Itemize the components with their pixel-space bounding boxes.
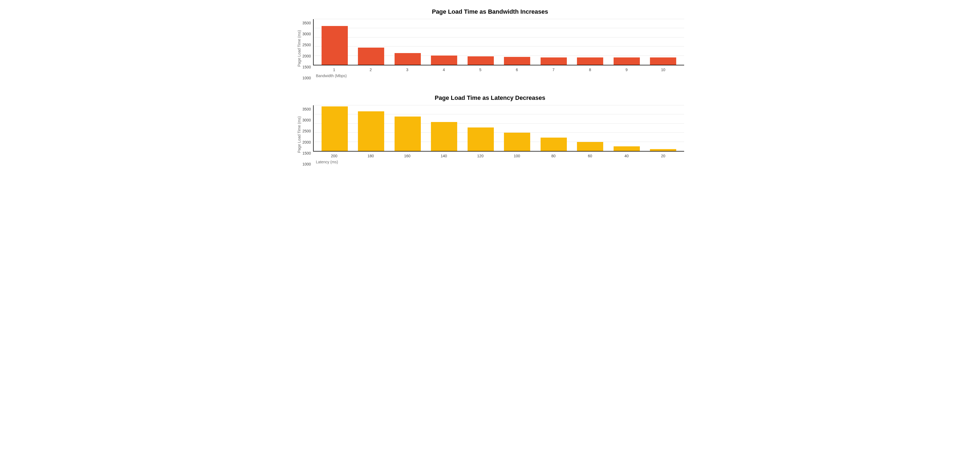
y-axis-label: Page Load Time (ms)	[296, 105, 302, 164]
x-axis-label: Bandwidth (Mbps)	[313, 72, 684, 78]
x-tick: 5	[462, 68, 499, 72]
x-tick: 60	[572, 154, 608, 158]
y-tick: 1500	[302, 151, 311, 155]
bar-slot	[426, 19, 462, 65]
bar	[321, 26, 348, 65]
x-axis-ticks: 12345678910	[313, 65, 684, 72]
bars	[313, 19, 684, 65]
y-tick: 3500	[302, 107, 311, 111]
y-tick: 1000	[302, 76, 311, 80]
bar	[468, 56, 494, 65]
bars	[313, 105, 684, 151]
bar-slot	[499, 105, 535, 151]
x-tick: 120	[462, 154, 499, 158]
x-tick: 1	[316, 68, 352, 72]
bar-slot	[353, 19, 390, 65]
x-tick: 7	[535, 68, 572, 72]
x-tick: 20	[645, 154, 681, 158]
chart-bandwidth: Page Load Time as Bandwidth IncreasesPag…	[296, 8, 684, 78]
bar	[614, 57, 640, 65]
y-tick: 2000	[302, 140, 311, 144]
x-tick: 2	[352, 68, 389, 72]
y-axis-label: Page Load Time (ms)	[296, 19, 302, 78]
x-tick: 100	[499, 154, 535, 158]
chart-title: Page Load Time as Bandwidth Increases	[296, 8, 684, 15]
bar-slot	[535, 105, 572, 151]
x-tick: 6	[499, 68, 535, 72]
x-tick: 40	[608, 154, 645, 158]
x-tick: 4	[425, 68, 462, 72]
y-tick: 3000	[302, 32, 311, 36]
bar-slot	[572, 19, 608, 65]
plot-area	[313, 19, 684, 65]
y-tick: 2500	[302, 43, 311, 47]
bar	[431, 122, 457, 151]
bar	[321, 107, 348, 151]
x-tick: 80	[535, 154, 572, 158]
bar	[358, 111, 384, 151]
bar	[541, 57, 567, 65]
bar-slot	[317, 19, 353, 65]
bar-slot	[390, 19, 426, 65]
bar-slot	[462, 19, 499, 65]
x-tick: 10	[645, 68, 681, 72]
x-tick: 8	[572, 68, 608, 72]
x-tick: 140	[425, 154, 462, 158]
y-tick: 2000	[302, 54, 311, 58]
x-tick: 9	[608, 68, 645, 72]
bar	[650, 149, 676, 151]
bar-slot	[462, 105, 499, 151]
y-tick: 3500	[302, 21, 311, 25]
y-tick: 2500	[302, 129, 311, 133]
bar-slot	[499, 19, 535, 65]
bar	[504, 133, 530, 151]
x-axis-ticks: 20018016014012010080604020	[313, 151, 684, 158]
chart-title: Page Load Time as Latency Decreases	[296, 94, 684, 102]
bar-slot	[608, 105, 645, 151]
bar	[468, 128, 494, 151]
x-tick: 160	[389, 154, 426, 158]
y-tick: 1500	[302, 65, 311, 69]
bar	[395, 53, 421, 65]
bar	[541, 137, 567, 151]
bar-slot	[608, 19, 645, 65]
bar	[395, 116, 421, 151]
y-tick: 1000	[302, 162, 311, 166]
bar-slot	[426, 105, 462, 151]
bar	[650, 57, 676, 65]
plot-area	[313, 105, 684, 151]
bar-slot	[645, 105, 681, 151]
bar	[577, 57, 603, 65]
bar-slot	[572, 105, 608, 151]
x-tick: 180	[352, 154, 389, 158]
bar	[358, 48, 384, 65]
bar-slot	[535, 19, 572, 65]
y-tick: 3000	[302, 118, 311, 122]
x-axis-label: Latency (ms)	[313, 158, 684, 164]
chart-latency: Page Load Time as Latency DecreasesPage …	[296, 94, 684, 164]
y-axis-ticks: 350030002500200015001000	[302, 105, 313, 164]
bar-slot	[645, 19, 681, 65]
bar-slot	[353, 105, 390, 151]
bar	[614, 146, 640, 151]
bar-slot	[390, 105, 426, 151]
bar	[504, 57, 530, 65]
bar	[431, 56, 457, 65]
bar-slot	[317, 105, 353, 151]
x-tick: 200	[316, 154, 352, 158]
chart-frame: Page Load Time (ms)350030002500200015001…	[296, 19, 684, 78]
x-tick: 3	[389, 68, 426, 72]
chart-frame: Page Load Time (ms)350030002500200015001…	[296, 105, 684, 164]
bar	[577, 142, 603, 151]
y-axis-ticks: 350030002500200015001000	[302, 19, 313, 78]
